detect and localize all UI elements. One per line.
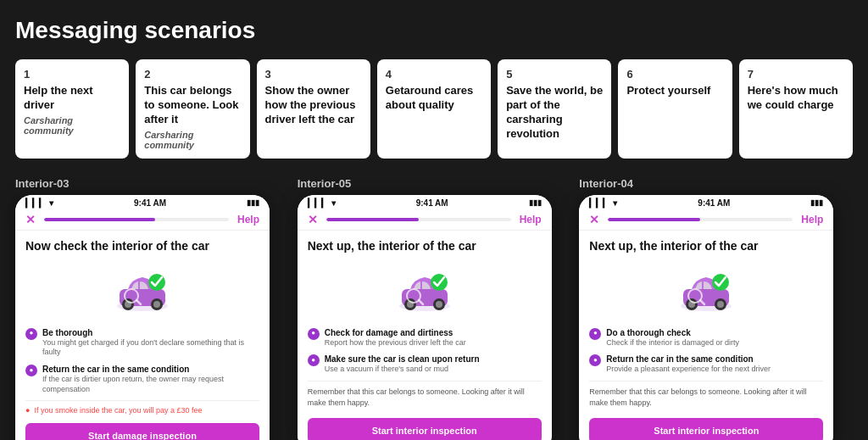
list-item-1: ● Return the car in the same condition I…	[25, 364, 259, 394]
scenario-num: 6	[626, 68, 723, 81]
status-battery: ▮▮▮	[247, 198, 259, 207]
scenario-title: Protect yourself	[626, 84, 723, 98]
list-item-1: ● Make sure the car is clean upon return…	[308, 354, 542, 375]
nav-help-button[interactable]: Help	[520, 214, 542, 226]
list-desc-0: Check if the interior is damaged or dirt…	[606, 338, 739, 348]
phone-content: Next up, the interior of the car ●	[298, 231, 552, 440]
wifi-icon: ▾	[49, 198, 53, 208]
nav-progress-bar	[608, 218, 793, 221]
list-item-0: ● Be thorough You might get charged if y…	[25, 327, 259, 358]
signal-icon: ▎▎▎	[589, 198, 609, 208]
status-signal: ▎▎▎ ▾	[589, 198, 617, 208]
phone-label: Interior-03	[15, 177, 70, 190]
scenario-title: This car belongs to someone. Look after …	[144, 84, 241, 127]
phone-cta-button[interactable]: Start interior inspection	[589, 418, 823, 440]
phones-row: Interior-03 ▎▎▎ ▾ 9:41 AM ▮▮▮ ✕ Help	[15, 177, 853, 440]
scenario-card-6[interactable]: 6 Protect yourself	[618, 59, 732, 159]
phone-cta-button[interactable]: Start damage inspection	[25, 423, 259, 440]
status-time: 9:41 AM	[134, 198, 166, 208]
scenario-card-2[interactable]: 2 This car belongs to someone. Look afte…	[136, 59, 249, 159]
phone-cta-button[interactable]: Start interior inspection	[308, 418, 542, 440]
nav-close-button[interactable]: ✕	[589, 213, 599, 226]
signal-icon: ▎▎▎	[308, 198, 328, 208]
phone-group-0: Interior-03 ▎▎▎ ▾ 9:41 AM ▮▮▮ ✕ Help	[15, 177, 289, 440]
phone-statusbar: ▎▎▎ ▾ 9:41 AM ▮▮▮	[298, 195, 552, 209]
list-desc-1: If the car is dirtier upon return, the o…	[42, 375, 259, 394]
scenario-title: Getaround cares about quality	[386, 84, 482, 113]
scenario-num: 4	[386, 68, 482, 81]
list-title-0: Do a thorough check	[606, 327, 739, 338]
scenario-card-4[interactable]: 4 Getaround cares about quality	[377, 59, 491, 159]
page-title: Messaging scenarios	[15, 17, 853, 44]
list-icon-1: ●	[589, 354, 601, 366]
scenario-card-1[interactable]: 1 Help the next driver Carsharing commun…	[15, 59, 129, 159]
nav-progress-fill	[608, 218, 700, 221]
phone-mockup: ▎▎▎ ▾ 9:41 AM ▮▮▮ ✕ Help Next up, the in…	[579, 195, 833, 440]
phone-screen-title: Next up, the interior of the car	[308, 239, 542, 253]
status-time: 9:41 AM	[416, 198, 448, 208]
phone-label: Interior-05	[298, 177, 352, 190]
phone-statusbar: ▎▎▎ ▾ 9:41 AM ▮▮▮	[579, 195, 833, 209]
status-battery: ▮▮▮	[810, 198, 823, 207]
list-title-0: Be thorough	[42, 327, 259, 338]
scenario-num: 7	[748, 68, 844, 81]
scenario-title: Save the world, be part of the carsharin…	[506, 84, 603, 142]
phone-content: Now check the interior of the car ●	[15, 231, 270, 440]
warning-text: If you smoke inside the car, you will pa…	[34, 406, 202, 415]
scenario-title: Show the owner how the previous driver l…	[265, 84, 362, 127]
signal-icon: ▎▎▎	[25, 198, 46, 208]
phone-screen-title: Now check the interior of the car	[25, 239, 259, 253]
nav-help-button[interactable]: Help	[801, 214, 823, 226]
phone-illustration	[395, 259, 454, 319]
nav-progress-bar	[326, 218, 511, 221]
warning-icon: ●	[25, 406, 30, 415]
svg-point-5	[153, 301, 160, 308]
phone-statusbar: ▎▎▎ ▾ 9:41 AM ▮▮▮	[15, 195, 270, 209]
divider	[589, 381, 823, 382]
scenario-sub: Carsharing community	[24, 115, 120, 136]
list-desc-0: Report how the previous driver left the …	[325, 338, 466, 348]
scenario-card-3[interactable]: 3 Show the owner how the previous driver…	[257, 59, 370, 159]
phone-group-2: Interior-04 ▎▎▎ ▾ 9:41 AM ▮▮▮ ✕ Help	[579, 177, 853, 440]
phone-note: Remember that this car belongs to someon…	[589, 387, 823, 408]
wifi-icon: ▾	[331, 198, 336, 208]
phone-navbar: ✕ Help	[15, 209, 270, 231]
scenarios-row: 1 Help the next driver Carsharing commun…	[15, 59, 853, 159]
phone-warning: ● If you smoke inside the car, you will …	[25, 406, 259, 415]
svg-point-23	[717, 301, 724, 308]
list-icon-1: ●	[25, 365, 37, 376]
list-item-0: ● Check for damage and dirtiness Report …	[308, 327, 542, 348]
nav-progress-fill	[326, 218, 419, 221]
page-container: Messaging scenarios 1 Help the next driv…	[0, 0, 868, 440]
nav-progress-fill	[44, 218, 155, 221]
battery-icon: ▮▮▮	[529, 198, 542, 207]
list-item-0: ● Do a thorough check Check if the inter…	[589, 327, 823, 348]
nav-close-button[interactable]: ✕	[25, 213, 36, 226]
phone-screen-title: Next up, the interior of the car	[589, 239, 823, 253]
list-desc-1: Provide a pleasant experience for the ne…	[606, 365, 771, 375]
phone-mockup: ▎▎▎ ▾ 9:41 AM ▮▮▮ ✕ Help Next up, the in…	[298, 195, 552, 440]
phone-group-1: Interior-05 ▎▎▎ ▾ 9:41 AM ▮▮▮ ✕ Help	[298, 177, 571, 440]
scenario-title: Here's how much we could charge	[748, 84, 844, 113]
svg-point-14	[436, 301, 442, 308]
phone-navbar: ✕ Help	[298, 209, 552, 231]
nav-help-button[interactable]: Help	[237, 214, 259, 226]
list-title-1: Return the car in the same condition	[606, 354, 771, 365]
list-title-0: Check for damage and dirtiness	[325, 327, 466, 338]
divider	[25, 400, 259, 401]
status-signal: ▎▎▎ ▾	[308, 198, 336, 208]
wifi-icon: ▾	[613, 198, 617, 208]
phone-illustration	[113, 259, 172, 319]
list-icon-0: ●	[308, 328, 320, 340]
scenario-sub: Carsharing community	[144, 130, 241, 150]
scenario-title: Help the next driver	[24, 84, 120, 113]
list-desc-0: You might get charged if you don't decla…	[42, 338, 259, 358]
scenario-card-5[interactable]: 5 Save the world, be part of the carshar…	[498, 59, 611, 159]
phone-illustration	[676, 259, 736, 319]
battery-icon: ▮▮▮	[810, 198, 823, 207]
phone-content: Next up, the interior of the car ●	[579, 231, 833, 440]
phone-note: Remember that this car belongs to someon…	[308, 387, 542, 408]
scenario-card-7[interactable]: 7 Here's how much we could charge	[739, 59, 853, 159]
phone-navbar: ✕ Help	[579, 209, 833, 231]
nav-close-button[interactable]: ✕	[308, 213, 318, 226]
